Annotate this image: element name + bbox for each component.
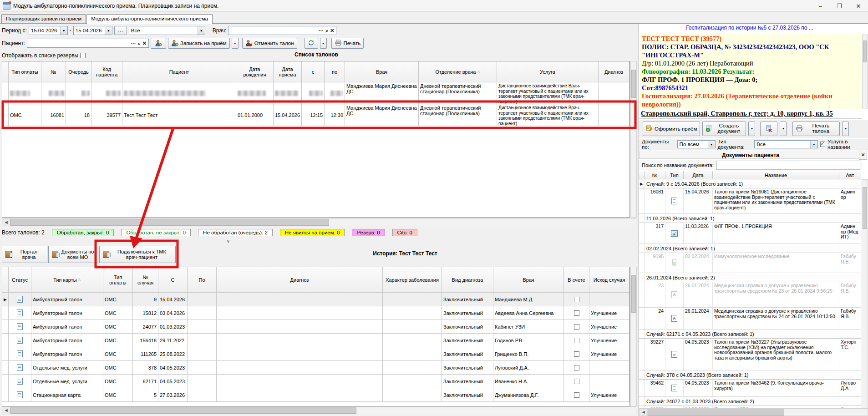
column-header-8[interactable]: Характер заболевания xyxy=(383,267,442,292)
doctor-search-input[interactable]: ···⌕✕ xyxy=(228,26,336,35)
in-account-checkbox[interactable] xyxy=(574,324,579,330)
talon-table-hscrollbar[interactable]: ◀ ▶ xyxy=(2,218,636,226)
column-header-6[interactable]: По xyxy=(188,267,217,292)
history-table-hscrollbar[interactable]: ◀ ▶ xyxy=(2,406,636,414)
refresh-dropdown[interactable]: ▼ xyxy=(320,38,327,49)
doc-row[interactable]: 1608115.04.2026Талон на прием №16081 (Ди… xyxy=(639,188,861,214)
doc-group-header[interactable]: ▶Случай: 9 с 15.04.2026 (Всего записей: … xyxy=(639,179,861,188)
tab-module[interactable]: Модуль амбулаторно-поликлинического прие… xyxy=(86,14,213,24)
column-header-10[interactable]: Врач xyxy=(345,61,419,82)
history-row[interactable]: Стационарная картаОМС527.03.2026Заключит… xyxy=(2,388,629,402)
period-from-combo[interactable]: 15.04.2026▼ xyxy=(29,26,68,35)
chevron-down-icon[interactable]: ▼ xyxy=(708,141,715,148)
column-header-3[interactable]: Тип оплаты xyxy=(103,267,133,292)
column-header-4[interactable]: Код пациента xyxy=(91,61,122,82)
column-header-6[interactable]: Дата рождения xyxy=(236,61,274,82)
doc-type-combo[interactable]: Все▼ xyxy=(754,140,818,148)
doc-column-header[interactable]: Авт xyxy=(839,171,861,179)
doc-group-header[interactable]: 26.01.2024 (Всего записей: 2) xyxy=(639,273,861,282)
column-header-3[interactable]: Очередь xyxy=(66,61,91,82)
close-button[interactable]: ✕ xyxy=(849,0,868,12)
column-header-11[interactable]: Отделение врача△ xyxy=(419,61,497,82)
close-docs-icon[interactable]: ✕ xyxy=(859,151,867,160)
doc-group-header[interactable]: Случай: 62171 с 04.05.2023 (Всего записе… xyxy=(639,330,861,339)
splitter[interactable]: ∨ xyxy=(0,238,638,244)
history-row[interactable]: Амбулаторный талонОМС2407701.03.2023Закл… xyxy=(2,320,629,334)
patient-search-input[interactable]: ···⌕✕ xyxy=(27,39,149,48)
create-document-button[interactable]: Создать документ xyxy=(702,122,746,136)
book-appointment-button[interactable]: Записать на приём xyxy=(168,38,230,49)
doc-row[interactable]: 919502.02.2024Иммунологическое исследова… xyxy=(639,253,861,273)
scroll-left-icon[interactable]: ◀ xyxy=(2,407,10,414)
in-account-checkbox[interactable] xyxy=(574,392,579,398)
doc-group-header[interactable]: 11.03.2026 (Всего записей: 1) xyxy=(639,214,861,223)
in-account-checkbox[interactable] xyxy=(574,310,579,316)
talon-table-vscrollbar[interactable] xyxy=(630,61,637,218)
history-tab-2[interactable]: Документы по всем МО xyxy=(48,246,98,263)
history-table-vscrollbar[interactable] xyxy=(630,267,637,406)
print-talon-dropdown[interactable]: ▼ xyxy=(842,122,849,136)
doc-column-header[interactable]: Дата xyxy=(684,171,713,179)
period-dots-button[interactable]: . . . xyxy=(114,26,127,35)
in-account-checkbox[interactable] xyxy=(574,379,579,384)
doc-search-input[interactable] xyxy=(716,161,860,170)
patient-info-vscrollbar[interactable] xyxy=(862,34,868,109)
period-to-combo[interactable]: 15.04.2026▼ xyxy=(73,26,112,35)
cancel-talon-button[interactable]: Отменить талон xyxy=(242,38,297,49)
collapse-icon[interactable]: ∨ xyxy=(227,239,230,244)
column-header-2[interactable]: Тип карты△ xyxy=(31,267,103,292)
column-header-1[interactable]: Статус xyxy=(9,267,31,292)
history-row[interactable]: Амбулаторный талонОМС15641829.11.2022Зак… xyxy=(2,334,629,347)
hospitalization-link[interactable]: Госпитализация по истории №5 с 27.03.202… xyxy=(639,25,860,31)
maximize-button[interactable]: ❐ xyxy=(830,0,849,12)
doc-row[interactable]: 3922704.05.2023Талон на прием №39227 (Ул… xyxy=(639,339,861,370)
clear-icon[interactable]: ✕ xyxy=(330,28,334,33)
service-in-name-checkbox[interactable] xyxy=(820,142,825,147)
delete-document-button[interactable] xyxy=(760,122,777,136)
history-tab-3[interactable]: Подключиться к ТМК врач-пациент xyxy=(99,246,176,263)
column-header-8[interactable]: с xyxy=(302,61,325,82)
doc-group-header[interactable]: 02.02.2024 (Всего записей: 1) xyxy=(639,244,861,253)
ellipsis-icon[interactable]: ··· xyxy=(131,41,136,46)
patient-card-button[interactable] xyxy=(151,38,166,49)
doc-row[interactable]: 3946204.05.2023Талон на прием №39462 (9.… xyxy=(639,380,861,397)
chevron-down-icon[interactable]: ▼ xyxy=(60,26,67,35)
column-header-7[interactable]: Дата приёма xyxy=(274,61,302,82)
create-document-dropdown[interactable]: ▼ xyxy=(748,122,755,136)
in-account-checkbox[interactable] xyxy=(574,351,579,357)
print-button[interactable]: Печать xyxy=(331,38,364,49)
doc-column-header[interactable]: Название xyxy=(713,171,839,179)
table-row[interactable]: Манджиева Мария Диснеевна ДСДневной тера… xyxy=(2,82,629,104)
doc-group-header[interactable]: Случай: 378 с 04.05.2023 (Всего записей:… xyxy=(639,370,861,380)
column-header-9[interactable]: Вид диагноза xyxy=(442,267,493,292)
search-icon[interactable]: ⌕ xyxy=(325,28,328,33)
column-header-9[interactable]: по xyxy=(325,61,345,82)
book-appointment-dropdown[interactable]: ▼ xyxy=(232,38,239,49)
column-header-12[interactable]: Исход случая xyxy=(589,267,629,292)
tab-scheduler[interactable]: Планировщик записи на прием xyxy=(1,14,86,23)
history-row[interactable]: Амбулаторный талонОМС11126525.08.2022Зак… xyxy=(2,347,629,361)
right-panel-hscrollbar[interactable]: ◀ ▶ xyxy=(639,408,868,416)
register-visit-button[interactable]: Оформить приём xyxy=(643,122,700,136)
ellipsis-icon[interactable]: ··· xyxy=(319,28,324,33)
scroll-left-icon[interactable]: ◀ xyxy=(640,409,648,416)
doc-column-header[interactable]: Тип xyxy=(665,171,684,179)
department-filter-combo[interactable]: Все▼ xyxy=(129,26,205,35)
table-row[interactable]: ОМС160811839577Тест Тест Тест01.01.20001… xyxy=(2,104,629,126)
column-header-5[interactable]: Пациент xyxy=(122,61,236,82)
history-tab-1[interactable]: Портал врача xyxy=(2,246,47,263)
doc-group-header[interactable]: Случай: 24077 с 01.03.2023 (Всего записе… xyxy=(639,397,861,406)
column-header-10[interactable]: Врач xyxy=(493,267,564,292)
delete-document-dropdown[interactable]: ▼ xyxy=(780,122,787,136)
doc-row[interactable]: 24A26.01.2024Медицинская справка о допус… xyxy=(639,308,861,330)
scroll-left-icon[interactable]: ◀ xyxy=(2,219,10,226)
doc-row[interactable]: 31711.03.2026ФЛГ ПРОФ. 1 ПРОЕКЦИЯАдмин о… xyxy=(639,223,861,244)
in-account-checkbox[interactable] xyxy=(574,365,579,370)
column-header-12[interactable]: Услуга xyxy=(497,61,599,82)
refresh-button[interactable] xyxy=(305,38,318,49)
print-talon-button[interactable]: Печать талона xyxy=(792,122,840,136)
documents-vscrollbar[interactable] xyxy=(862,179,868,408)
column-header-5[interactable]: С xyxy=(158,267,188,292)
column-header-11[interactable]: В счете xyxy=(564,267,589,292)
column-header-2[interactable]: № xyxy=(41,61,66,82)
